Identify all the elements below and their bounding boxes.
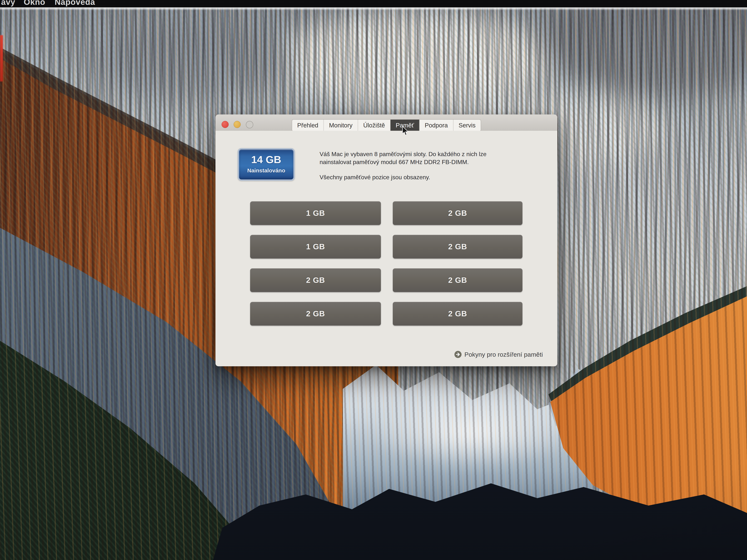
menu-item-window[interactable]: Okno bbox=[24, 0, 45, 7]
tab-servis[interactable]: Servis bbox=[453, 119, 481, 131]
installed-memory-amount: 14 GB bbox=[239, 154, 293, 165]
memory-slot: 1 GB bbox=[250, 201, 381, 225]
about-this-mac-window: Přehled Monitory Úložiště Paměť Podpora … bbox=[215, 114, 557, 366]
screen-glare bbox=[0, 7, 747, 10]
memory-slot: 2 GB bbox=[250, 302, 381, 325]
memory-upgrade-link[interactable]: Pokyny pro rozšíření paměti bbox=[454, 351, 543, 358]
window-titlebar[interactable]: Přehled Monitory Úložiště Paměť Podpora … bbox=[215, 114, 557, 131]
memory-upgrade-link-label: Pokyny pro rozšíření paměti bbox=[464, 351, 543, 358]
menu-item-help[interactable]: Nápověda bbox=[55, 0, 95, 7]
menu-item-partial[interactable]: avy bbox=[1, 0, 15, 7]
mouse-cursor bbox=[402, 126, 409, 136]
close-button[interactable] bbox=[222, 121, 229, 128]
memory-slot: 2 GB bbox=[250, 268, 381, 292]
zoom-button-disabled bbox=[246, 121, 253, 128]
screen-edge-artifact bbox=[0, 35, 3, 81]
tab-uloziste[interactable]: Úložiště bbox=[358, 119, 390, 131]
memory-slot: 1 GB bbox=[250, 235, 381, 259]
tab-prehled[interactable]: Přehled bbox=[292, 119, 324, 131]
menu-bar: avy Okno Nápověda bbox=[0, 0, 747, 7]
memory-status-text: Všechny paměťové pozice jsou obsazeny. bbox=[319, 174, 430, 181]
memory-slot: 2 GB bbox=[393, 235, 522, 259]
installed-memory-caption: Nainstalováno bbox=[239, 167, 293, 174]
go-arrow-icon bbox=[454, 351, 462, 358]
memory-slot-grid: 1 GB 2 GB 1 GB 2 GB 2 GB 2 GB 2 GB 2 GB bbox=[250, 201, 522, 325]
memory-slot: 2 GB bbox=[393, 201, 522, 225]
memory-slot: 2 GB bbox=[393, 268, 522, 292]
minimize-button[interactable] bbox=[234, 121, 241, 128]
tab-monitory[interactable]: Monitory bbox=[324, 119, 358, 131]
toolbar-tabs: Přehled Monitory Úložiště Paměť Podpora … bbox=[292, 119, 481, 132]
memory-pane: 14 GB Nainstalováno Váš Mac je vybaven 8… bbox=[215, 131, 557, 366]
memory-slot: 2 GB bbox=[393, 302, 522, 325]
installed-memory-badge: 14 GB Nainstalováno bbox=[238, 148, 295, 181]
tab-podpora[interactable]: Podpora bbox=[419, 119, 453, 131]
desktop[interactable]: avy Okno Nápověda Přehled Monitory Úloži… bbox=[0, 0, 747, 560]
memory-description: Váš Mac je vybaven 8 paměťovými sloty. D… bbox=[319, 150, 557, 166]
